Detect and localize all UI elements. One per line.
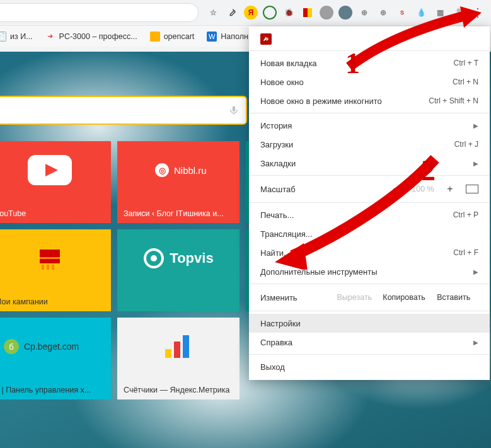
tile-sublabel: Записи ‹ Блог ITишника и... bbox=[124, 209, 233, 218]
green-circle-ext-icon[interactable] bbox=[263, 6, 277, 20]
menu-separator bbox=[249, 284, 490, 284]
menu-separator bbox=[249, 354, 490, 355]
menu-incognito[interactable]: Новое окно в режиме инкогнито Ctrl + Shi… bbox=[249, 91, 490, 110]
bookmark-item[interactable]: 📄 из И... bbox=[0, 29, 38, 44]
chrome-main-menu: Новая вкладка Ctrl + T Новое окно Ctrl +… bbox=[249, 26, 490, 380]
globe2-ext-icon[interactable]: ⊕ bbox=[376, 6, 390, 20]
menu-separator bbox=[249, 50, 490, 51]
eyedropper-icon[interactable] bbox=[225, 6, 239, 20]
tile-campaigns[interactable]: Мои кампании bbox=[0, 229, 111, 311]
tile-nibbl[interactable]: ◎ Nibbl.ru Записи ‹ Блог ITишника и... bbox=[117, 141, 240, 223]
globe-ext-icon[interactable]: ⊕ bbox=[357, 6, 371, 20]
svg-rect-8 bbox=[52, 265, 54, 270]
edit-paste[interactable]: Вставить bbox=[429, 293, 478, 302]
metrika-icon bbox=[117, 329, 240, 364]
menu-exit[interactable]: Выход bbox=[249, 357, 490, 376]
toolbar-row: ☆ Я 🐞 ⊕ ⊕ S 💧 ▦ ⋮ bbox=[0, 0, 491, 25]
microphone-icon[interactable] bbox=[228, 102, 240, 118]
chevron-right-icon: ▶ bbox=[473, 122, 478, 129]
svg-rect-1 bbox=[233, 106, 236, 112]
menu-bookmarks[interactable]: Закладки ▶ bbox=[249, 154, 490, 173]
zoom-in-button[interactable]: + bbox=[442, 183, 458, 195]
menu-history[interactable]: История ▶ bbox=[249, 116, 490, 135]
chevron-right-icon: ▶ bbox=[473, 268, 478, 275]
menu-separator bbox=[249, 202, 490, 203]
svg-point-10 bbox=[151, 255, 157, 261]
svg-rect-7 bbox=[47, 265, 49, 270]
bookmark-label: PC-3000 – професс... bbox=[59, 32, 137, 41]
kebab-menu-button[interactable]: ⋮ bbox=[468, 3, 487, 22]
tile-youtube[interactable]: YouTube bbox=[0, 141, 111, 223]
menu-new-tab[interactable]: Новая вкладка Ctrl + T bbox=[249, 54, 490, 72]
menu-print[interactable]: Печать... Ctrl + P bbox=[249, 205, 490, 224]
bookmark-label: из И... bbox=[10, 32, 33, 41]
menu-separator bbox=[249, 113, 490, 113]
zoom-value: 100 % bbox=[404, 185, 442, 193]
menu-separator bbox=[249, 175, 490, 176]
bookmark-item[interactable]: opencart bbox=[145, 29, 200, 44]
gray-square-ext-icon[interactable] bbox=[320, 6, 333, 20]
topvisor-icon: Topvis bbox=[117, 241, 240, 276]
flag-ext-icon[interactable] bbox=[301, 6, 315, 20]
fullscreen-icon[interactable] bbox=[466, 185, 478, 193]
campaigns-icon bbox=[0, 241, 111, 276]
tile-metrika[interactable]: Счётчики — Яндекс.Метрика bbox=[117, 318, 240, 399]
zoom-out-button[interactable]: − bbox=[388, 183, 404, 195]
svg-rect-11 bbox=[165, 349, 171, 358]
drop-ext-icon[interactable]: 💧 bbox=[414, 6, 428, 20]
chevron-right-icon: ▶ bbox=[473, 160, 478, 167]
adobe-pdf-icon bbox=[260, 33, 272, 45]
edit-copy[interactable]: Копировать bbox=[379, 293, 429, 302]
svg-rect-6 bbox=[42, 265, 44, 270]
bookmark-label: opencart bbox=[164, 32, 195, 41]
menu-more-tools[interactable]: Дополнительные инструменты ▶ bbox=[249, 262, 490, 281]
edit-cut[interactable]: Вырезать bbox=[330, 293, 379, 302]
bug-ext-icon[interactable]: 🐞 bbox=[282, 6, 296, 20]
menu-zoom: Масштаб − 100 % + bbox=[249, 178, 490, 200]
search-box[interactable] bbox=[0, 96, 247, 125]
menu-separator bbox=[249, 311, 490, 311]
image-ext-icon[interactable] bbox=[338, 6, 352, 20]
tile-beget[interactable]: б Cp.beget.com а | Панель управления х..… bbox=[0, 318, 111, 399]
youtube-icon bbox=[0, 152, 111, 188]
word-icon: W bbox=[207, 32, 217, 42]
tile-sublabel: а | Панель управления х... bbox=[0, 386, 105, 394]
svg-rect-12 bbox=[174, 342, 180, 358]
tile-topvisor[interactable]: Topvis bbox=[117, 229, 240, 311]
chevron-right-icon: ▶ bbox=[473, 339, 478, 346]
tile-label: YouTube bbox=[0, 209, 105, 218]
star-icon[interactable]: ☆ bbox=[206, 6, 220, 20]
seo-ext-icon[interactable]: S bbox=[395, 6, 409, 20]
menu-new-window[interactable]: Новое окно Ctrl + N bbox=[249, 72, 490, 91]
avatar-icon[interactable] bbox=[452, 6, 466, 20]
grid-ext-icon[interactable]: ▦ bbox=[433, 6, 447, 20]
address-bar[interactable] bbox=[0, 3, 199, 22]
tile-label: Мои кампании bbox=[0, 297, 105, 306]
menu-settings[interactable]: Настройки bbox=[249, 314, 490, 333]
bookmark-item[interactable]: ➜ PC-3000 – професс... bbox=[40, 29, 142, 44]
nibbl-icon: ◎ Nibbl.ru bbox=[117, 152, 240, 188]
menu-help[interactable]: Справка ▶ bbox=[249, 333, 490, 352]
svg-rect-13 bbox=[183, 335, 189, 358]
menu-downloads[interactable]: Загрузки Ctrl + J bbox=[249, 135, 490, 154]
svg-rect-4 bbox=[40, 250, 60, 263]
menu-pdf-ext[interactable] bbox=[249, 30, 490, 48]
beget-icon: б Cp.beget.com bbox=[0, 329, 111, 364]
menu-cast[interactable]: Трансляция... bbox=[249, 224, 490, 243]
svg-point-0 bbox=[457, 8, 461, 13]
svg-rect-5 bbox=[40, 257, 60, 259]
tile-label: Счётчики — Яндекс.Метрика bbox=[124, 386, 233, 394]
yandex-ext-icon[interactable]: Я bbox=[244, 6, 258, 20]
menu-edit: Изменить Вырезать Копировать Вставить bbox=[249, 287, 490, 308]
menu-find[interactable]: Найти... Ctrl + F bbox=[249, 243, 490, 262]
